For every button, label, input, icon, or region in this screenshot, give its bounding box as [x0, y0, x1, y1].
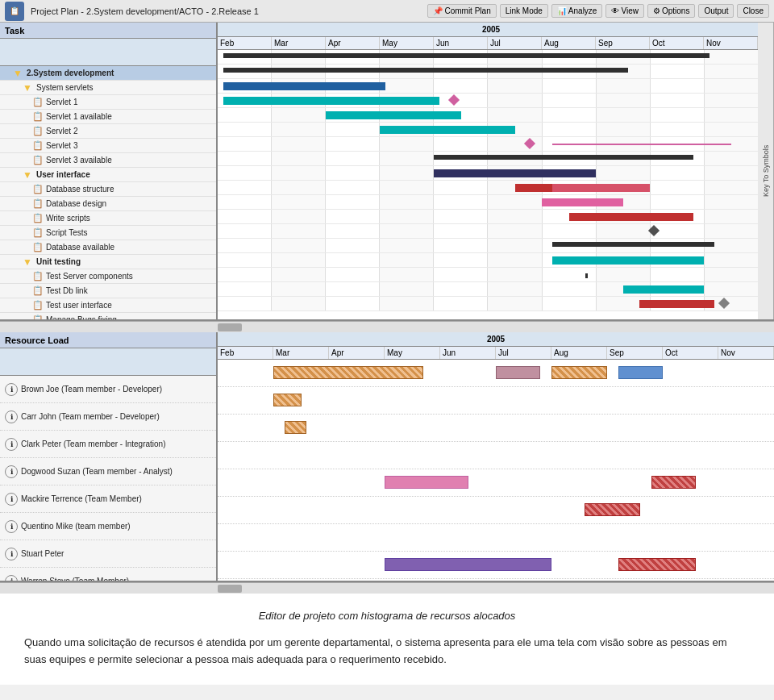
analyze-button[interactable]: 📊 Analyze — [551, 4, 603, 18]
gantt-bar — [623, 285, 705, 294]
resource-item[interactable]: ℹ Warren Steve (Team Member) — [0, 568, 216, 581]
month-cell: Oct — [663, 347, 718, 359]
month-cell: Apr — [329, 347, 385, 359]
output-button[interactable]: Output — [698, 4, 734, 18]
task-item[interactable]: 📋 Database available — [0, 240, 216, 255]
month-cell-mar: Mar — [272, 37, 326, 49]
folder-icon: ▼ — [23, 82, 34, 94]
resource-row — [218, 387, 774, 415]
resource-scrollbar-thumb[interactable] — [218, 585, 242, 593]
resource-item[interactable]: ℹ Clark Peter (Team member - Integration… — [0, 431, 216, 458]
task-icon: 📋 — [32, 140, 44, 152]
task-item[interactable]: 📋 Script Tests — [0, 226, 216, 240]
task-item[interactable]: 📋 Database structure — [0, 182, 216, 197]
task-item[interactable]: 📋 Database design — [0, 197, 216, 211]
gantt-row — [218, 94, 758, 108]
year-label: 2005 — [218, 25, 758, 34]
milestone-diamond — [448, 94, 460, 106]
resource-year-label: 2005 — [218, 335, 774, 344]
month-cell-sep: Sep — [596, 37, 650, 49]
caption-text: Quando uma solicitação de recursos é ate… — [24, 635, 750, 669]
month-cell-jun: Jun — [434, 37, 488, 49]
task-item[interactable]: 📋 Manage Bugs fixing — [0, 313, 216, 319]
resource-item[interactable]: ℹ Dogwood Suzan (Team member - Analyst) — [0, 458, 216, 485]
resource-icon: ℹ — [5, 438, 18, 451]
analyze-icon: 📊 — [557, 6, 567, 15]
resource-item[interactable]: ℹ Mackire Terrence (Team Member) — [0, 485, 216, 513]
task-item[interactable]: ▼ System servlets — [0, 81, 216, 95]
commit-plan-button[interactable]: 📌 Commit Plan — [427, 4, 496, 18]
task-item[interactable]: 📋 Servlet 3 available — [0, 153, 216, 168]
milestone-diamond — [718, 298, 730, 309]
month-cell-apr: Apr — [326, 37, 380, 49]
gantt-chart: 2005 Feb Mar Apr May Jun Jul Aug Sep Oct… — [218, 23, 758, 319]
task-icon: 📋 — [32, 198, 44, 210]
gantt-row — [218, 181, 758, 195]
resource-bar — [385, 558, 551, 571]
resource-icon: ℹ — [5, 548, 18, 560]
task-item[interactable]: 📋 Servlet 3 — [0, 139, 216, 153]
gantt-bars-area — [218, 50, 758, 311]
gantt-year-header: 2005 — [218, 23, 758, 37]
window-title: Project Plan - 2.System development/ACTO… — [31, 6, 259, 16]
month-cell-feb: Feb — [218, 37, 272, 49]
task-icon: 📋 — [32, 315, 44, 320]
task-item[interactable]: 📋 Test Db link — [0, 284, 216, 298]
resource-bar — [496, 366, 540, 379]
task-item[interactable]: ▼ 2.System development — [0, 66, 216, 81]
task-item[interactable]: ▼ Unit testing — [0, 255, 216, 269]
gantt-row — [218, 253, 758, 268]
view-button[interactable]: 👁 View — [605, 4, 644, 18]
link-mode-button[interactable]: Link Mode — [500, 4, 548, 18]
gantt-scrollbar[interactable] — [0, 321, 774, 332]
task-item[interactable]: 📋 Test user interface — [0, 298, 216, 313]
gantt-bar-2 — [623, 213, 693, 221]
folder-icon: ▼ — [23, 256, 34, 268]
gantt-row — [218, 137, 758, 152]
resource-item[interactable]: ℹ Stuart Peter — [0, 540, 216, 568]
task-icon: 📋 — [32, 126, 44, 137]
gantt-row — [218, 297, 758, 311]
resource-row — [218, 442, 774, 469]
gantt-bar — [434, 169, 596, 177]
gantt-bar — [223, 68, 629, 73]
month-cell: Feb — [218, 347, 273, 359]
task-item[interactable]: 📋 Servlet 1 — [0, 95, 216, 110]
task-list: Task ▼ 2.System development ▼ System ser… — [0, 23, 218, 319]
task-icon: 📋 — [32, 242, 44, 253]
task-item[interactable]: 📋 Write scripts — [0, 211, 216, 226]
resource-scrollbar[interactable] — [0, 582, 774, 594]
resource-icon: ℹ — [5, 575, 18, 581]
task-item[interactable]: 📋 Servlet 2 — [0, 124, 216, 139]
resource-item[interactable]: ℹ Quentino Mike (team member) — [0, 513, 216, 540]
options-button[interactable]: ⚙ Options — [647, 4, 695, 18]
task-item[interactable]: 📋 Servlet 1 available — [0, 110, 216, 124]
resource-list: Resource Load ℹ Brown Joe (Team member -… — [0, 332, 218, 581]
gantt-row — [218, 239, 758, 253]
folder-icon: ▼ — [23, 169, 34, 181]
resource-item[interactable]: ℹ Brown Joe (Team member - Developer) — [0, 376, 216, 403]
task-icon: 📋 — [32, 271, 44, 282]
gantt-row — [218, 123, 758, 137]
scrollbar-thumb[interactable] — [218, 323, 242, 331]
dependency-line — [552, 144, 730, 145]
caption-area: Editor de projeto com histograma de recu… — [0, 594, 774, 685]
resource-item[interactable]: ℹ Carr John (Team member - Developer) — [0, 403, 216, 431]
gantt-row — [218, 79, 758, 94]
resource-section: Resource Load ℹ Brown Joe (Team member -… — [0, 332, 774, 582]
resource-list-header: Resource Load — [0, 332, 216, 348]
task-item[interactable]: ▼ User interface — [0, 168, 216, 182]
resource-bar — [273, 394, 302, 406]
resource-row — [218, 360, 774, 387]
caption-title: Editor de projeto com histograma de recu… — [24, 610, 750, 622]
resource-bar — [551, 366, 607, 379]
resource-icon: ℹ — [5, 383, 18, 396]
resource-chart: 2005 Feb Mar Apr May Jun Jul Aug Sep Oct… — [218, 332, 774, 581]
commit-icon: 📌 — [433, 6, 443, 15]
close-button[interactable]: Close — [737, 4, 769, 18]
gantt-marker — [585, 273, 588, 278]
task-item[interactable]: 📋 Test Server components — [0, 269, 216, 284]
gantt-row — [218, 166, 758, 181]
milestone-diamond — [648, 225, 660, 236]
task-list-header: Task — [0, 23, 216, 39]
